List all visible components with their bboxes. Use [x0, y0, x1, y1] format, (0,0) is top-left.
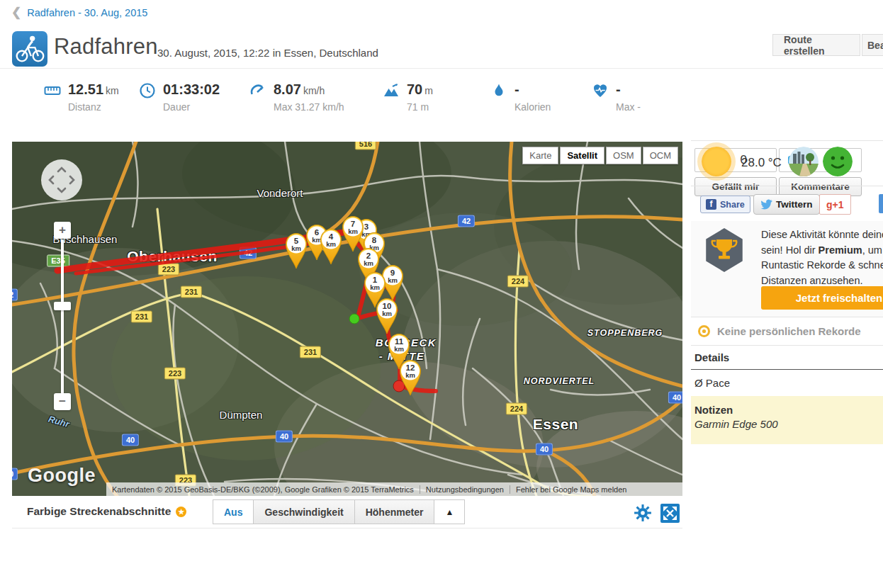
- collapse-arrow-button[interactable]: ▲: [434, 499, 465, 524]
- svg-text:km: km: [405, 371, 415, 379]
- map-pan-control[interactable]: [40, 159, 83, 201]
- svg-text:5: 5: [294, 237, 299, 245]
- svg-text:km: km: [370, 283, 380, 291]
- activity-subtitle: 30. August, 2015, 12:22 in Essen, Deutsc…: [157, 47, 378, 59]
- stat-duration: 01:33:02 Dauer: [139, 81, 222, 113]
- create-route-button[interactable]: Route erstellen: [772, 34, 860, 56]
- svg-text:11: 11: [395, 337, 404, 346]
- speedometer-icon: [249, 82, 266, 99]
- personal-records-row: Keine persönlichen Rekorde: [691, 317, 883, 346]
- twitter-bird-icon: [760, 198, 772, 210]
- page-title: Radfahren: [54, 34, 158, 60]
- segment-mode-switcher: Aus Geschwindigkeit Höhenmeter ▲: [213, 499, 465, 524]
- notes-box: Notizen Garmin Edge 500: [691, 396, 883, 444]
- stat-speed: 8.07km/h Max 31.27 km/h: [249, 81, 344, 113]
- svg-text:km: km: [364, 259, 373, 267]
- zoom-out-button[interactable]: −: [54, 393, 71, 410]
- back-chevron-icon[interactable]: ❮: [11, 6, 21, 18]
- zoom-slider-track[interactable]: [61, 239, 64, 395]
- segments-off-button[interactable]: Aus: [213, 499, 254, 524]
- premium-star-icon: ★: [176, 507, 186, 517]
- attribution-copyright: Kartendaten © 2015 GeoBasis-DE/BKG (©200…: [106, 485, 420, 494]
- svg-text:km: km: [382, 310, 392, 317]
- edit-button[interactable]: Bearbeiten: [862, 34, 883, 56]
- cycling-icon: [12, 31, 47, 67]
- stats-band: 12.51km Distanz 01:33:02 Dauer 8.07km/h …: [0, 68, 883, 142]
- premium-promo: Diese Aktivität könnte deine sein! Hol d…: [691, 221, 883, 317]
- calories-flame-icon: [490, 82, 507, 99]
- route-km-marker[interactable]: 12km: [395, 356, 426, 397]
- clipped-share-icon[interactable]: [879, 194, 883, 213]
- stat-heartrate: - Max -: [592, 81, 641, 113]
- zoom-slider-handle[interactable]: [54, 302, 71, 310]
- route-map[interactable]: VonderortBuschhausenOberhausenBORBECK- M…: [12, 142, 682, 496]
- medal-icon: [697, 324, 711, 338]
- svg-text:km: km: [326, 240, 336, 248]
- map-toolbar: Farbige Streckenabschnitte ★ Aus Geschwi…: [12, 496, 682, 528]
- google-plus-one-button[interactable]: g+1: [819, 194, 851, 215]
- attribution-terms-link[interactable]: Nutzungsbedingungen: [420, 485, 510, 494]
- svg-text:1: 1: [373, 276, 378, 284]
- layer-button-osm[interactable]: OSM: [606, 147, 641, 164]
- colored-segments-title: Farbige Streckenabschnitte ★: [27, 505, 186, 518]
- map-attribution: Kartendaten © 2015 GeoBasis-DE/BKG (©200…: [106, 482, 682, 496]
- route-start-dot: [349, 314, 360, 324]
- stat-elevation: 70m 71 m: [383, 81, 433, 113]
- layer-button-ocm[interactable]: OCM: [643, 147, 678, 164]
- details-header: Details: [691, 346, 883, 370]
- no-records-text: Keine persönlichen Rekorde: [717, 325, 861, 337]
- sun-weather-icon: [702, 147, 731, 176]
- svg-text:7: 7: [351, 220, 355, 228]
- svg-text:10: 10: [383, 302, 392, 310]
- temperature: 28.0 °C: [741, 156, 782, 170]
- svg-text:4: 4: [329, 232, 334, 241]
- route-line: [12, 142, 682, 496]
- pace-row: Ø Pace: [691, 369, 883, 397]
- stat-calories: - Kalorien: [490, 81, 551, 113]
- map-settings-gear-icon[interactable]: [634, 504, 652, 522]
- unlock-premium-button[interactable]: Jetzt freischalten: [761, 286, 883, 310]
- notes-value: Garmin Edge 500: [691, 418, 883, 430]
- activity-page: ❮ Radfahren - 30. Aug, 2015 Radfahren 30…: [0, 0, 883, 588]
- svg-text:2: 2: [366, 251, 371, 260]
- svg-text:km: km: [348, 227, 358, 235]
- attribution-report-link[interactable]: Fehler bei Google Maps melden: [510, 485, 633, 494]
- svg-text:9: 9: [390, 268, 395, 277]
- segments-elevation-button[interactable]: Höhenmeter: [354, 499, 435, 524]
- zoom-in-button[interactable]: +: [54, 222, 71, 239]
- segments-speed-button[interactable]: Geschwindigkeit: [253, 499, 354, 524]
- fullscreen-icon[interactable]: [660, 504, 680, 523]
- map-layer-switcher: Karte Satellit OSM OCM: [521, 147, 678, 164]
- mountains-icon: [383, 82, 400, 99]
- terrain-type-icon: [789, 147, 819, 176]
- premium-promo-text: Diese Aktivität könnte deine sein! Hol d…: [761, 227, 883, 288]
- share-row: f Share Twittern g+1: [691, 186, 883, 222]
- svg-text:km: km: [291, 244, 301, 252]
- ruler-icon: [44, 82, 61, 99]
- mood-smiley-icon: [823, 147, 853, 176]
- facebook-share-button[interactable]: f Share: [700, 196, 750, 213]
- svg-text:km: km: [394, 345, 404, 353]
- breadcrumb-link[interactable]: Radfahren - 30. Aug, 2015: [27, 7, 147, 18]
- weather-row: 28.0 °C: [691, 142, 883, 186]
- sidebar-top-border: [691, 140, 883, 141]
- google-logo: Google: [28, 465, 96, 487]
- twitter-share-button[interactable]: Twittern: [753, 194, 820, 215]
- breadcrumb: ❮ Radfahren - 30. Aug, 2015: [11, 6, 147, 18]
- svg-text:12: 12: [406, 363, 415, 372]
- heartrate-icon: [592, 82, 609, 99]
- stat-distance: 12.51km Distanz: [44, 81, 119, 113]
- clock-icon: [139, 82, 156, 99]
- layer-button-satellit[interactable]: Satellit: [560, 147, 604, 164]
- svg-text:8: 8: [372, 236, 377, 244]
- facebook-icon: f: [706, 199, 716, 210]
- layer-button-karte[interactable]: Karte: [522, 147, 558, 164]
- trophy-badge-icon: [704, 228, 744, 272]
- notes-title: Notizen: [691, 396, 883, 418]
